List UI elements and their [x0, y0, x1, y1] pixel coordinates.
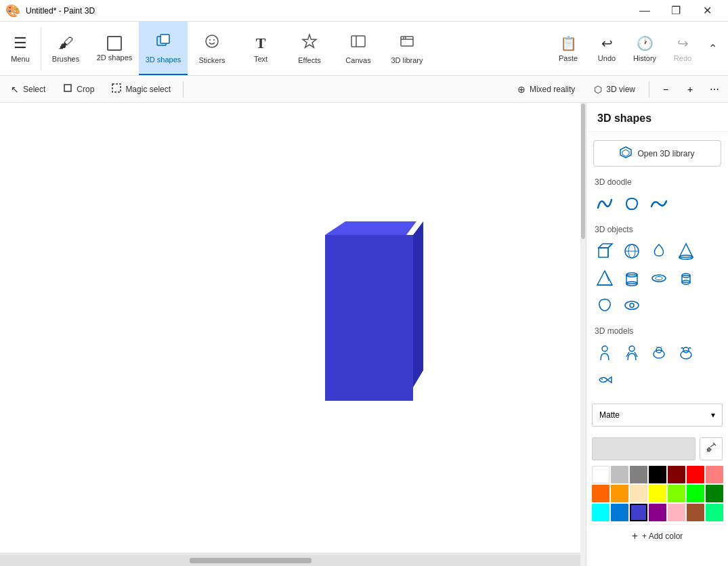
- titlebar-title: Untitled* - Paint 3D: [26, 6, 95, 16]
- minimize-button[interactable]: —: [629, 0, 660, 22]
- color-gray[interactable]: [630, 466, 647, 483]
- color-selected[interactable]: [630, 504, 647, 521]
- more-options-button[interactable]: ⋯: [704, 79, 725, 100]
- color-brown[interactable]: [687, 504, 704, 521]
- object-teardrop[interactable]: [646, 238, 672, 264]
- doodle-blob[interactable]: [619, 191, 645, 217]
- color-light-gray[interactable]: [611, 466, 628, 483]
- objects-section-label: 3D objects: [586, 222, 728, 238]
- collapse-button[interactable]: ⌃: [702, 37, 723, 60]
- svg-point-43: [654, 350, 664, 358]
- crop-label: Crop: [77, 85, 94, 94]
- select-button[interactable]: ↖ Select: [3, 79, 53, 100]
- panel-scrollbar[interactable]: [580, 103, 586, 566]
- open-3d-library-button[interactable]: Open 3D library: [593, 140, 721, 167]
- color-lime[interactable]: [687, 485, 704, 502]
- magic-select-button[interactable]: Magic select: [104, 79, 179, 100]
- model-person1[interactable]: [592, 340, 618, 366]
- zoom-out-button[interactable]: −: [655, 79, 677, 100]
- main-area: 3D shapes Open 3D library 3D doodle 3D o…: [0, 103, 728, 566]
- object-sphere[interactable]: [619, 238, 645, 264]
- model-fish[interactable]: [592, 367, 618, 393]
- color-green2[interactable]: [706, 485, 723, 502]
- 3dview-label: 3D view: [606, 85, 635, 94]
- undo-button[interactable]: ↩ Undo: [588, 30, 626, 68]
- crop-button[interactable]: Crop: [55, 79, 102, 100]
- 3dview-icon: ⬡: [594, 84, 602, 95]
- color-pink[interactable]: [668, 504, 685, 521]
- color-white[interactable]: [592, 466, 609, 483]
- color-red[interactable]: [687, 466, 704, 483]
- material-dropdown[interactable]: Matte ▾: [592, 404, 723, 427]
- close-button[interactable]: ✕: [691, 0, 723, 22]
- model-cat[interactable]: [646, 340, 672, 366]
- object-cube[interactable]: [592, 238, 618, 264]
- model-person2[interactable]: [619, 340, 645, 366]
- restore-button[interactable]: ❐: [660, 0, 691, 22]
- svg-line-54: [710, 444, 714, 447]
- object-blob[interactable]: [592, 292, 618, 318]
- color-blue[interactable]: [611, 504, 628, 521]
- doodle-squiggle[interactable]: [592, 191, 618, 217]
- subtoolbar: ↖ Select Crop Magic select ⊕ Mixed reali…: [0, 76, 728, 103]
- effects-button[interactable]: Effects: [285, 22, 334, 75]
- brushes-button[interactable]: 🖌 Brushes: [41, 22, 90, 75]
- object-cone[interactable]: [673, 238, 699, 264]
- redo-button[interactable]: ↪ Redo: [664, 30, 702, 68]
- color-placeholder1[interactable]: [706, 466, 723, 483]
- 3dshapes-button[interactable]: 3D shapes: [139, 22, 188, 75]
- color-moccasin[interactable]: [630, 485, 647, 502]
- eyedropper-icon: [705, 441, 717, 456]
- material-section: Matte ▾: [586, 398, 728, 432]
- object-cylinder[interactable]: [619, 265, 645, 291]
- canvas-background: [0, 103, 580, 552]
- history-button[interactable]: 🕐 History: [626, 30, 664, 68]
- add-color-button[interactable]: + + Add color: [592, 524, 723, 547]
- color-chartreuse[interactable]: [668, 485, 685, 502]
- mixed-reality-button[interactable]: ⊕ Mixed reality: [509, 79, 583, 100]
- text-button[interactable]: T Text: [236, 22, 285, 75]
- eyedropper-button[interactable]: [700, 437, 723, 460]
- 3d-shape[interactable]: [318, 221, 423, 404]
- svg-marker-15: [325, 221, 416, 235]
- scroll-thumb-h[interactable]: [190, 558, 312, 563]
- paste-label: Paste: [559, 54, 578, 62]
- color-yellow[interactable]: [649, 485, 666, 502]
- color-section: + + Add color: [586, 432, 728, 552]
- object-pyramid[interactable]: [592, 265, 618, 291]
- 3dlibrary-button[interactable]: 3D library: [383, 22, 431, 75]
- panel-scroll-thumb[interactable]: [581, 104, 585, 239]
- object-capsule[interactable]: [673, 265, 699, 291]
- dropdown-chevron-icon: ▾: [711, 410, 715, 420]
- model-dog[interactable]: [673, 340, 699, 366]
- paste-button[interactable]: 📋 Paste: [549, 30, 587, 68]
- color-orange-dark[interactable]: [592, 485, 609, 502]
- canvas-area[interactable]: [0, 103, 580, 566]
- 2dshapes-button[interactable]: 2D shapes: [90, 22, 139, 75]
- 3dview-button[interactable]: ⬡ 3D view: [586, 79, 643, 100]
- stickers-button[interactable]: Stickers: [188, 22, 236, 75]
- open-library-icon: [620, 146, 632, 160]
- color-spring-green[interactable]: [706, 504, 723, 521]
- open-library-label: Open 3D library: [637, 149, 694, 158]
- doodle-wave[interactable]: [646, 191, 672, 217]
- color-purple[interactable]: [649, 504, 666, 521]
- svg-marker-49: [607, 377, 612, 383]
- zoom-in-button[interactable]: +: [679, 79, 701, 100]
- main-toolbar: ☰ Menu 🖌 Brushes 2D shapes 3D shapes Sti…: [0, 22, 728, 76]
- canvas-button[interactable]: Canvas: [334, 22, 383, 75]
- object-torus[interactable]: [646, 265, 672, 291]
- color-dark-red[interactable]: [668, 466, 685, 483]
- svg-marker-28: [597, 271, 612, 285]
- color-orange[interactable]: [611, 485, 628, 502]
- magic-select-label: Magic select: [125, 85, 171, 94]
- horizontal-scrollbar[interactable]: [0, 555, 580, 566]
- brushes-label: Brushes: [52, 55, 79, 63]
- titlebar-controls: — ❐ ✕: [629, 0, 723, 22]
- color-black[interactable]: [649, 466, 666, 483]
- doodle-section-label: 3D doodle: [586, 175, 728, 191]
- menu-button[interactable]: ☰ Menu: [0, 22, 41, 75]
- color-cyan[interactable]: [592, 504, 609, 521]
- svg-rect-19: [599, 248, 608, 257]
- object-lens[interactable]: [619, 292, 645, 318]
